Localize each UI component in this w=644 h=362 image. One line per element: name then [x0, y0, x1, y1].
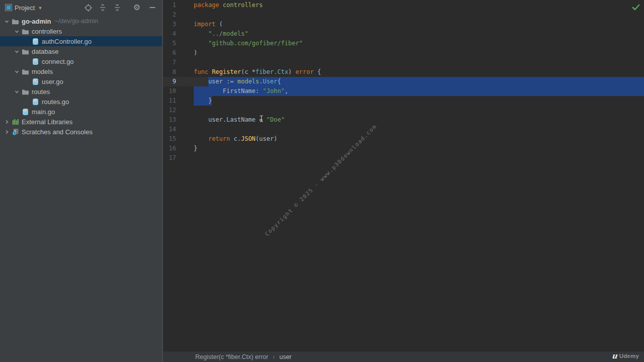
locate-file-icon[interactable] [84, 3, 93, 12]
project-toolwindow-icon [4, 4, 13, 11]
scratches-icon [11, 128, 20, 135]
breadcrumb-item[interactable]: Register(c *fiber.Ctx) error [195, 353, 268, 360]
ide-window: Project ▼ ⚙ go-admin~/dev/go-admincontro… [0, 0, 644, 362]
chevron-right-icon[interactable] [2, 119, 11, 125]
tree-item-path-hint: ~/dev/go-admin [55, 18, 99, 25]
code-line[interactable]: "github.com/gofiber/fiber" [194, 39, 303, 48]
line-number: 3 [163, 20, 176, 29]
breadcrumb-item[interactable]: user [279, 353, 291, 360]
folder-icon [21, 48, 30, 55]
tree-item-authcontroller-go[interactable]: authController.go [0, 36, 162, 46]
line-number: 9 [163, 77, 176, 86]
tree-item-user-go[interactable]: user.go [0, 76, 162, 86]
breadcrumb-bar: Register(c *fiber.Ctx) error›user u Udem… [163, 351, 644, 362]
collapse-all-icon[interactable] [113, 3, 122, 12]
project-panel: Project ▼ ⚙ go-admin~/dev/go-admincontro… [0, 0, 163, 362]
code-line[interactable]: } [194, 144, 197, 153]
folder-icon [21, 88, 30, 95]
breadcrumb-separator: › [273, 353, 275, 360]
settings-icon[interactable]: ⚙ [132, 3, 141, 12]
breadcrumb: Register(c *fiber.Ctx) error›user [195, 353, 292, 360]
line-number: 17 [163, 153, 176, 163]
tree-item-scratches-and-consoles[interactable]: Scratches and Consoles [0, 127, 162, 137]
panel-title: Project [15, 4, 35, 12]
tree-item-label: connect.go [42, 58, 74, 65]
tree-item-label: routes [32, 88, 50, 96]
tree-item-label: External Libraries [22, 118, 72, 126]
tree-item-label: main.go [32, 108, 55, 116]
code-line[interactable]: user := models.User{ [194, 77, 281, 86]
chevron-down-icon[interactable] [12, 69, 21, 74]
tree-item-label: go-admin [22, 18, 51, 25]
folder-icon [21, 28, 30, 35]
line-number: 2 [163, 10, 176, 20]
tree-item-label: user.go [42, 78, 63, 85]
chevron-right-icon[interactable] [2, 129, 11, 135]
tree-item-connect-go[interactable]: connect.go [0, 56, 162, 66]
tree-item-label: models [32, 68, 53, 75]
code-line[interactable]: FirstName: "John", [194, 86, 288, 96]
udemy-logo: u Udemy [612, 351, 639, 360]
code-line[interactable]: ) [194, 48, 197, 58]
line-number: 1 [163, 1, 176, 10]
code-line[interactable]: package controllers [194, 1, 263, 10]
tree-item-label: database [32, 48, 59, 55]
tree-item-label: routes.go [42, 98, 69, 106]
line-number: 5 [163, 39, 176, 48]
line-number: 13 [163, 115, 176, 125]
chevron-down-icon[interactable] [12, 49, 21, 54]
code-line[interactable]: "../models" [194, 29, 248, 39]
folder-icon [11, 18, 20, 25]
go-file-icon [31, 98, 40, 106]
line-number: 8 [163, 67, 176, 77]
tree-item-routes[interactable]: routes [0, 86, 162, 97]
code-line[interactable]: return c.JSON(user) [194, 134, 277, 144]
code-line[interactable]: import ( [194, 20, 223, 29]
libraries-icon [11, 118, 20, 125]
chevron-down-icon[interactable] [12, 89, 21, 95]
chevron-down-icon: ▼ [38, 5, 42, 11]
panel-toolbar: ⚙ [84, 3, 157, 12]
chevron-down-icon[interactable] [12, 29, 21, 34]
code-editor[interactable]: 1package controllers23import (4 "../mode… [163, 0, 644, 351]
inspections-ok-icon[interactable] [631, 4, 640, 12]
project-tree: go-admin~/dev/go-admincontrollersauthCon… [0, 15, 162, 137]
line-number: 12 [163, 106, 176, 115]
line-number: 6 [163, 48, 176, 58]
tree-item-main-go[interactable]: main.go [0, 107, 162, 117]
code-line[interactable]: user.LastName = "Doe" [194, 115, 285, 125]
go-file-icon [31, 38, 40, 45]
udemy-brand-name: Udemy [619, 353, 639, 359]
line-number: 7 [163, 58, 176, 67]
code-line[interactable]: func Register(c *fiber.Ctx) error { [194, 67, 321, 77]
line-number: 11 [163, 96, 176, 106]
tree-item-external-libraries[interactable]: External Libraries [0, 117, 162, 127]
tree-item-label: authController.go [42, 38, 92, 45]
go-file-icon [21, 108, 30, 116]
udemy-mark-icon: u [611, 351, 618, 360]
line-number: 10 [163, 86, 176, 96]
tree-item-routes-go[interactable]: routes.go [0, 97, 162, 107]
tree-item-label: controllers [32, 28, 62, 35]
go-file-icon [31, 58, 40, 65]
tree-item-database[interactable]: database [0, 46, 162, 56]
tree-item-go-admin[interactable]: go-admin~/dev/go-admin [0, 16, 162, 26]
code-line[interactable]: } [194, 96, 212, 106]
line-number: 15 [163, 134, 176, 144]
project-panel-header: Project ▼ ⚙ [0, 0, 162, 15]
line-number: 14 [163, 125, 176, 134]
line-number: 16 [163, 144, 176, 153]
go-file-icon [31, 78, 40, 85]
tree-item-controllers[interactable]: controllers [0, 26, 162, 36]
hide-panel-icon[interactable] [148, 3, 157, 12]
expand-all-icon[interactable] [98, 3, 107, 12]
folder-icon [21, 68, 30, 75]
project-view-selector[interactable]: Project ▼ [15, 4, 42, 12]
chevron-down-icon[interactable] [2, 19, 11, 24]
tree-item-label: Scratches and Consoles [22, 128, 93, 136]
line-number: 4 [163, 29, 176, 39]
tree-item-models[interactable]: models [0, 66, 162, 76]
